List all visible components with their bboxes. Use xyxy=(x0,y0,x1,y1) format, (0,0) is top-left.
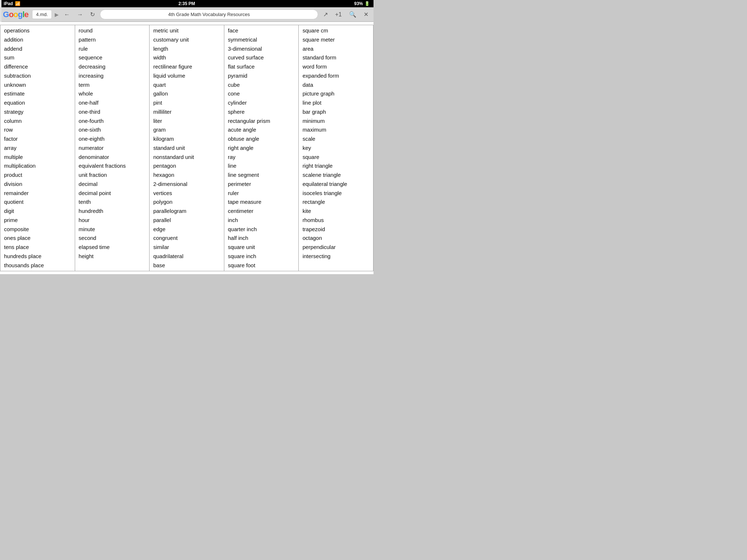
url-bar[interactable]: 4th Grade Math Vocabulary Resources xyxy=(100,9,318,19)
vocab-word: height xyxy=(79,252,146,261)
vocab-word: equation xyxy=(4,98,71,108)
vocab-word: sum xyxy=(4,53,71,62)
vocab-word: digit xyxy=(4,207,71,216)
vocab-word: composite xyxy=(4,225,71,234)
vocab-word: addition xyxy=(4,35,71,44)
vocab-word: curved surface xyxy=(228,53,295,62)
wifi-icon: 📶 xyxy=(15,1,20,6)
vocab-word: metric unit xyxy=(153,26,220,35)
vocab-word: difference xyxy=(4,62,71,71)
vocab-word: estimate xyxy=(4,89,71,98)
vocab-word: 2-dimensional xyxy=(153,180,220,189)
vocabulary-table: operationsadditionaddendsumdifferencesub… xyxy=(0,25,374,271)
vocab-word: minimum xyxy=(302,117,369,126)
vocab-word: square xyxy=(302,153,369,162)
vocab-word: congruent xyxy=(153,234,220,243)
vocab-word: acute angle xyxy=(228,125,295,135)
vocab-word: array xyxy=(4,144,71,153)
battery-icon: 🔋 xyxy=(364,1,370,6)
vocab-word: quadrilateral xyxy=(153,252,220,261)
vocab-word: parallel xyxy=(153,216,220,225)
vocab-word: liquid volume xyxy=(153,71,220,81)
status-right: 93% 🔋 xyxy=(354,1,370,6)
vocab-word: area xyxy=(302,44,369,54)
vocab-word: decimal xyxy=(79,180,146,189)
vocab-word: kite xyxy=(302,207,369,216)
vocab-word: isoceles triangle xyxy=(302,189,369,198)
vocab-word: hour xyxy=(79,216,146,225)
vocab-word: rectilinear figure xyxy=(153,62,220,71)
vocab-word: scale xyxy=(302,135,369,144)
vocab-word: scalene triangle xyxy=(302,171,369,180)
vocab-word: data xyxy=(302,81,369,90)
vocab-word: parallelogram xyxy=(153,207,220,216)
vocab-word: customary unit xyxy=(153,35,220,44)
vocab-word: line segment xyxy=(228,171,295,180)
vocab-word: 3-dimensional xyxy=(228,44,295,54)
vocab-word: square cm xyxy=(302,26,369,35)
vocab-word: octagon xyxy=(302,234,369,243)
vocab-word: row xyxy=(4,125,71,135)
vocab-word: width xyxy=(153,53,220,62)
vocab-word: face xyxy=(228,26,295,35)
vocab-word: ruler xyxy=(228,189,295,198)
vocab-column-2: roundpatternrulesequencedecreasingincrea… xyxy=(75,25,150,271)
vocab-word: rhombus xyxy=(302,216,369,225)
reload-button[interactable]: ↻ xyxy=(88,9,97,19)
page-content: operationsadditionaddendsumdifferencesub… xyxy=(0,22,374,274)
vocab-word: elapsed time xyxy=(79,243,146,252)
close-tab-button[interactable]: ✕ xyxy=(361,9,371,19)
vocab-word: ones place xyxy=(4,234,71,243)
vocab-word: one-third xyxy=(79,108,146,117)
vocab-word: whole xyxy=(79,89,146,98)
vocab-word: unknown xyxy=(4,81,71,90)
vocab-word: kilogram xyxy=(153,135,220,144)
vocab-word: right angle xyxy=(228,144,295,153)
vocab-word: centimeter xyxy=(228,207,295,216)
back-button[interactable]: ← xyxy=(62,10,72,19)
vocab-word: quotient xyxy=(4,198,71,207)
vocab-word: polygon xyxy=(153,198,220,207)
vocab-column-1: operationsadditionaddendsumdifferencesub… xyxy=(0,25,75,271)
vocab-word: trapezoid xyxy=(302,225,369,234)
vocab-word: cylinder xyxy=(228,98,295,108)
vocab-word: square foot xyxy=(228,261,295,270)
vocab-word: hexagon xyxy=(153,171,220,180)
vocab-word: multiplication xyxy=(4,162,71,171)
vocab-word: expanded form xyxy=(302,71,369,81)
vocab-word: similar xyxy=(153,243,220,252)
vocab-word: numerator xyxy=(79,144,146,153)
bookmark-button[interactable]: +1 xyxy=(333,10,344,19)
forward-button[interactable]: → xyxy=(75,10,85,19)
vocab-word: picture graph xyxy=(302,89,369,98)
vocab-word: half inch xyxy=(228,234,295,243)
vocab-word: rectangular prism xyxy=(228,117,295,126)
vocab-word: hundredth xyxy=(79,207,146,216)
vocab-word: second xyxy=(79,234,146,243)
vocab-word: increasing xyxy=(79,71,146,81)
vocab-word: division xyxy=(4,180,71,189)
vocab-word: edge xyxy=(153,225,220,234)
vocab-word: standard form xyxy=(302,53,369,62)
vocab-word: word form xyxy=(302,62,369,71)
vocab-word: perimeter xyxy=(228,180,295,189)
vocab-word: subtraction xyxy=(4,71,71,81)
share-button[interactable]: ↗ xyxy=(321,9,330,19)
vocab-word: pyramid xyxy=(228,71,295,81)
vocab-word: liter xyxy=(153,117,220,126)
vocab-word: rectangle xyxy=(302,198,369,207)
vocab-word: perpendicular xyxy=(302,243,369,252)
google-logo: Google xyxy=(3,10,28,19)
vocab-word: sequence xyxy=(79,53,146,62)
browser-chrome: Google 4.md. ▶ ← → ↻ 4th Grade Math Voca… xyxy=(0,7,374,22)
vocab-column-5: square cmsquare meterareastandard formwo… xyxy=(299,25,374,271)
status-bar: iPad 📶 2:35 PM 93% 🔋 xyxy=(0,0,374,7)
search-page-button[interactable]: 🔍 xyxy=(347,9,359,19)
vocab-word: intersecting xyxy=(302,252,369,261)
vocab-word: symmetrical xyxy=(228,35,295,44)
vocab-word: column xyxy=(4,117,71,126)
vocab-word: strategy xyxy=(4,108,71,117)
vocab-word: obtuse angle xyxy=(228,135,295,144)
browser-tab[interactable]: 4.md. xyxy=(32,10,52,19)
vocab-word: one-fourth xyxy=(79,117,146,126)
